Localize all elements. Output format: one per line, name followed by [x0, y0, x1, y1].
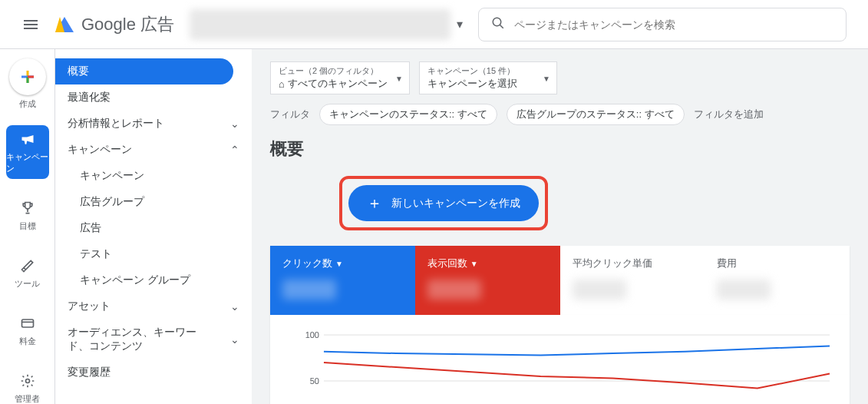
chart-area: 50100 [270, 315, 850, 404]
view-selector[interactable]: ビュー（2 個のフィルタ） ⌂すべてのキャンペーン ▼ [270, 61, 410, 94]
metric-value-redacted [717, 280, 771, 300]
sidebar-sub-campaign-groups[interactable]: キャンペーン グループ [55, 267, 252, 293]
line-chart: 50100 [301, 327, 837, 404]
sidebar-sub-adgroups[interactable]: 広告グループ [55, 189, 252, 215]
filter-label: フィルタ [270, 108, 310, 121]
metric-cost[interactable]: 費用 [705, 246, 850, 315]
gear-icon [18, 372, 37, 390]
plus-icon: ＋ [367, 193, 382, 214]
metric-value-redacted [282, 280, 336, 300]
chevron-down-icon: ⌄ [230, 300, 239, 313]
google-ads-logo-icon [55, 17, 74, 32]
sidebar: 概要 最適化案 分析情報とレポート⌄ キャンペーン⌃ キャンペーン 広告グループ… [55, 49, 252, 404]
sidebar-item-changehistory[interactable]: 変更履歴 [55, 359, 252, 386]
svg-point-0 [493, 18, 501, 26]
metrics-row: クリック数▼ 表示回数▼ 平均クリック単価 費用 [270, 246, 850, 315]
chevron-down-icon: ▼ [335, 260, 343, 268]
tools-icon [18, 257, 37, 275]
chevron-up-icon: ⌃ [230, 144, 239, 156]
create-button[interactable] [9, 58, 46, 95]
sidebar-sub-ads[interactable]: 広告 [55, 215, 252, 241]
chevron-down-icon[interactable]: ▾ [457, 17, 463, 31]
svg-text:50: 50 [310, 376, 319, 386]
sidebar-item-recommendations[interactable]: 最適化案 [55, 84, 252, 111]
rail-tools[interactable]: ツール [6, 252, 49, 294]
rail-goals[interactable]: 目標 [6, 194, 49, 237]
sidebar-sub-tests[interactable]: テスト [55, 241, 252, 267]
filter-chip-adgroup-status[interactable]: 広告グループのステータス:: すべて [507, 104, 685, 125]
search-box[interactable] [478, 8, 847, 41]
chevron-down-icon: ⌄ [230, 333, 239, 346]
filter-chip-campaign-status[interactable]: キャンペーンのステータス:: すべて [319, 104, 497, 125]
svg-rect-6 [21, 320, 33, 327]
rail-admin[interactable]: 管理者 [6, 367, 49, 404]
megaphone-icon [18, 130, 37, 148]
hamburger-menu-button[interactable] [12, 6, 49, 43]
brand-text: Google 広告 [81, 13, 174, 36]
logo-area: Google 広告 [55, 13, 174, 36]
home-icon: ⌂ [279, 78, 285, 90]
filter-row: フィルタ キャンペーンのステータス:: すべて 広告グループのステータス:: す… [270, 104, 850, 125]
chevron-down-icon: ⌄ [230, 118, 239, 130]
content-area: ビュー（2 個のフィルタ） ⌂すべてのキャンペーン ▼ キャンペーン（15 件）… [252, 49, 868, 404]
svg-line-1 [500, 25, 503, 28]
search-icon [491, 16, 505, 33]
chevron-down-icon: ▼ [543, 74, 550, 82]
chevron-down-icon: ▼ [470, 260, 478, 268]
metric-value-redacted [573, 280, 626, 300]
metric-clicks[interactable]: クリック数▼ [270, 246, 415, 315]
account-selector[interactable] [190, 9, 451, 40]
metric-value-redacted [427, 280, 481, 300]
campaign-selector[interactable]: キャンペーン（15 件） キャンペーンを選択 ▼ [419, 61, 557, 94]
sidebar-item-audiences[interactable]: オーディエンス、キーワード、コンテンツ⌄ [55, 320, 252, 359]
search-input[interactable] [514, 18, 833, 31]
hamburger-icon [24, 20, 38, 29]
trophy-icon [18, 199, 37, 217]
metric-impressions[interactable]: 表示回数▼ [415, 246, 560, 315]
far-left-rail: 作成 キャンペーン 目標 ツール 料金 管理者 [0, 49, 55, 404]
metric-cpc[interactable]: 平均クリック単価 [560, 246, 705, 315]
credit-card-icon [18, 314, 37, 333]
add-filter-button[interactable]: フィルタを追加 [694, 108, 764, 121]
rail-billing[interactable]: 料金 [6, 310, 49, 352]
sidebar-item-overview[interactable]: 概要 [55, 58, 233, 84]
rail-campaigns[interactable]: キャンペーン [6, 125, 49, 179]
svg-point-8 [25, 379, 29, 383]
sidebar-item-assets[interactable]: アセット⌄ [55, 293, 252, 320]
sidebar-sub-campaigns[interactable]: キャンペーン [55, 163, 252, 189]
svg-text:100: 100 [305, 330, 319, 339]
header: Google 広告 ▾ [0, 0, 868, 49]
new-campaign-highlight: ＋ 新しいキャンペーンを作成 [339, 176, 548, 230]
create-label: 作成 [19, 98, 36, 110]
sidebar-item-campaigns[interactable]: キャンペーン⌃ [55, 137, 252, 163]
sidebar-item-insights[interactable]: 分析情報とレポート⌄ [55, 111, 252, 137]
chevron-down-icon: ▼ [395, 74, 403, 82]
new-campaign-button[interactable]: ＋ 新しいキャンペーンを作成 [348, 185, 539, 221]
page-title: 概要 [270, 137, 850, 161]
